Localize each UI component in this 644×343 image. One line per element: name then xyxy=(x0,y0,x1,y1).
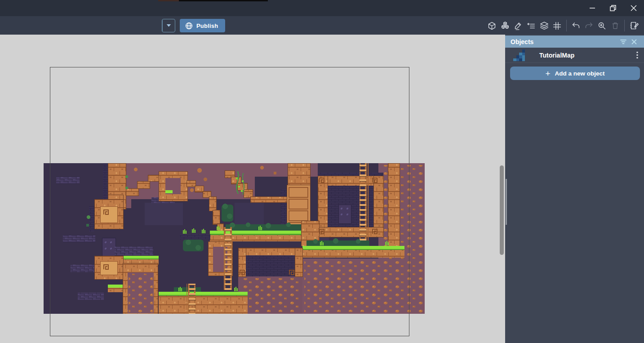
trash-icon[interactable] xyxy=(608,19,622,32)
publish-button[interactable]: Publish xyxy=(180,19,225,32)
objects-panel-title: Objects xyxy=(511,38,618,45)
toolbar-separator xyxy=(624,20,625,31)
toolbar-separator xyxy=(566,20,567,31)
publish-label: Publish xyxy=(196,22,218,29)
tilemap-thumbnail-icon xyxy=(513,49,525,61)
main-area: Objects TutorialMap xyxy=(0,35,644,343)
cube-icon[interactable] xyxy=(485,19,498,32)
grid-icon[interactable] xyxy=(551,19,564,32)
window-controls xyxy=(582,0,644,16)
close-icon xyxy=(631,5,637,11)
canvas-vertical-scrollbar[interactable] xyxy=(500,165,504,255)
globe-icon xyxy=(185,22,193,30)
object-name: TutorialMap xyxy=(539,52,631,59)
minimize-button[interactable] xyxy=(582,0,603,16)
chevron-down-icon xyxy=(166,24,171,27)
filter-icon[interactable] xyxy=(618,37,629,47)
panel-close-icon[interactable] xyxy=(629,37,640,47)
tilemap-instance[interactable] xyxy=(44,163,425,314)
minimize-icon xyxy=(589,5,595,11)
toolbar-icon-group xyxy=(485,19,640,32)
plus-icon: + xyxy=(545,69,550,78)
object-menu-button[interactable] xyxy=(631,48,644,63)
close-button[interactable] xyxy=(623,0,644,16)
instances-list-icon[interactable] xyxy=(524,19,537,32)
preview-button-group[interactable]: Preview xyxy=(162,19,175,32)
scene-canvas[interactable] xyxy=(0,35,505,343)
window-titlebar xyxy=(0,0,644,16)
undo-icon[interactable] xyxy=(569,19,582,32)
layers-icon[interactable] xyxy=(537,19,551,32)
objects-group-icon[interactable] xyxy=(498,19,511,32)
application-window: Preview Publish xyxy=(0,0,644,343)
kebab-menu-icon xyxy=(636,52,638,59)
pencil-icon[interactable] xyxy=(511,19,524,32)
add-new-object-button[interactable]: + Add a new object xyxy=(510,67,640,80)
objects-panel-header: Objects xyxy=(505,36,644,48)
objects-panel: Objects TutorialMap xyxy=(505,35,644,343)
thin-vertical-scrollbar[interactable] xyxy=(506,179,507,225)
redo-icon[interactable] xyxy=(582,19,595,32)
object-list-item[interactable]: TutorialMap xyxy=(505,48,644,63)
tab-strip-remnant xyxy=(158,0,268,1)
properties-editor-icon[interactable] xyxy=(627,19,640,32)
restore-button[interactable] xyxy=(603,0,623,16)
tab-accent xyxy=(158,0,179,1)
add-new-object-label: Add a new object xyxy=(555,70,605,77)
restore-icon xyxy=(610,5,616,11)
editor-toolbar: Preview Publish xyxy=(0,16,644,35)
zoom-in-icon[interactable] xyxy=(595,19,608,32)
preview-dropdown-button[interactable] xyxy=(162,19,175,32)
